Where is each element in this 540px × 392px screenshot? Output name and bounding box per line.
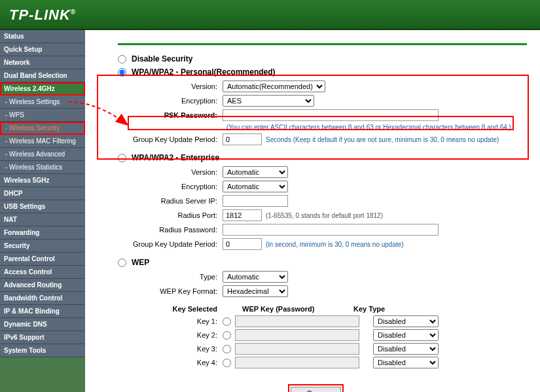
radio-key2[interactable] xyxy=(223,331,231,340)
sidebar-item-nat[interactable]: NAT xyxy=(0,213,85,226)
sidebar-item-access-control[interactable]: Access Control xyxy=(0,266,85,279)
sidebar-item-wireless-security[interactable]: - Wireless Security xyxy=(0,122,85,135)
sidebar-item-security[interactable]: Security xyxy=(0,240,85,253)
sidebar-item-status[interactable]: Status xyxy=(0,30,85,43)
radio-key4[interactable] xyxy=(223,359,231,367)
header: TP-LINK® xyxy=(0,0,540,30)
sidebar-item-dynamic-dns[interactable]: Dynamic DNS xyxy=(0,318,85,331)
label-wpa-enterprise: WPA/WPA2 - Enterprise xyxy=(132,153,219,162)
hint-radius-port: (1-65535, 0 stands for default port 1812… xyxy=(266,212,383,219)
sidebar-item-wireless-statistics[interactable]: - Wireless Statistics xyxy=(0,161,85,174)
label-disable-security: Disable Security xyxy=(132,54,192,63)
hint-gkup-ent: (in second, minimum is 30, 0 means no up… xyxy=(266,241,404,248)
label-key3: Key 3: xyxy=(131,345,223,353)
label-encryption-ent: Encryption: xyxy=(131,183,223,190)
select-wep-format[interactable]: Hexadecimal xyxy=(223,285,288,297)
radio-wpa-personal[interactable] xyxy=(118,68,126,77)
input-radius-ip[interactable] xyxy=(223,195,288,207)
sidebar-item-wireless-settings[interactable]: - Wireless Settings xyxy=(0,96,85,109)
label-gkup-ent: Group Key Update Period: xyxy=(131,240,223,248)
header-key-selected: Key Selected xyxy=(131,305,223,313)
sidebar: Status Quick Setup Network Dual Band Sel… xyxy=(0,30,85,392)
sidebar-item-forwarding[interactable]: Forwarding xyxy=(0,226,85,240)
radio-disable-security[interactable] xyxy=(118,55,126,63)
label-key4: Key 4: xyxy=(131,359,223,366)
input-key4[interactable] xyxy=(235,357,359,368)
label-wpa-personal: WPA/WPA2 - Personal(Recommended) xyxy=(132,67,276,77)
input-radius-port[interactable] xyxy=(223,209,262,221)
sidebar-item-usb-settings[interactable]: USB Settings xyxy=(0,200,85,213)
radio-key3[interactable] xyxy=(223,345,231,353)
select-wep-type[interactable]: Automatic xyxy=(223,271,288,283)
label-gkup-personal: Group Key Update Period: xyxy=(131,135,223,143)
input-key1[interactable] xyxy=(235,315,359,327)
label-psk-password: PSK Password: xyxy=(131,111,223,119)
label-wep-type: Type: xyxy=(131,273,223,281)
sidebar-item-wireless-5ghz[interactable]: Wireless 5GHz xyxy=(0,174,85,187)
sidebar-item-ipv6-support[interactable]: IPv6 Support xyxy=(0,331,85,344)
label-radius-ip: Radius Server IP: xyxy=(131,197,223,205)
label-radius-pw: Radius Password: xyxy=(131,226,223,234)
save-button[interactable]: Save xyxy=(291,387,341,392)
radio-wpa-enterprise[interactable] xyxy=(118,154,126,162)
sidebar-item-wireless-mac-filtering[interactable]: - Wireless MAC Filtering xyxy=(0,135,85,148)
select-encryption-personal[interactable]: AES xyxy=(223,95,314,107)
sidebar-item-wireless-24ghz[interactable]: Wireless 2.4GHz xyxy=(0,82,85,96)
label-key2: Key 2: xyxy=(131,331,223,339)
divider xyxy=(118,43,527,45)
select-version-personal[interactable]: Automatic(Recommended) xyxy=(223,80,325,92)
radio-wep[interactable] xyxy=(118,258,126,267)
input-radius-pw[interactable] xyxy=(223,224,439,236)
sidebar-item-wireless-advanced[interactable]: - Wireless Advanced xyxy=(0,148,85,161)
sidebar-item-network[interactable]: Network xyxy=(0,56,85,69)
label-wep-format: WEP Key Format: xyxy=(131,287,223,295)
sidebar-item-dhcp[interactable]: DHCP xyxy=(0,187,85,200)
label-version-ent: Version: xyxy=(131,168,223,176)
sidebar-item-parental-control[interactable]: Parental Control xyxy=(0,253,85,266)
main-content: Disable Security WPA/WPA2 - Personal(Rec… xyxy=(85,30,540,392)
header-wep-key: WEP Key (Password) xyxy=(223,305,353,313)
sidebar-item-wps[interactable]: - WPS xyxy=(0,109,85,122)
input-gkup-ent[interactable] xyxy=(223,238,262,250)
label-key1: Key 1: xyxy=(131,317,223,325)
save-highlight-box: Save xyxy=(288,384,344,392)
sidebar-item-ip-mac-binding[interactable]: IP & MAC Binding xyxy=(0,305,85,318)
label-wep: WEP xyxy=(132,258,149,267)
header-key-type: Key Type xyxy=(353,305,432,313)
radio-key1[interactable] xyxy=(223,317,231,326)
sidebar-item-quick-setup[interactable]: Quick Setup xyxy=(0,43,85,56)
label-version: Version: xyxy=(131,82,223,90)
hint-psk: (You can enter ASCII characters between … xyxy=(226,124,511,131)
input-key2[interactable] xyxy=(235,329,359,341)
sidebar-item-advanced-routing[interactable]: Advanced Routing xyxy=(0,279,85,292)
input-gkup-personal[interactable] xyxy=(223,134,262,145)
select-version-enterprise[interactable]: Automatic xyxy=(223,166,288,178)
select-key1-type[interactable]: Disabled xyxy=(373,315,439,327)
select-encryption-enterprise[interactable]: Automatic xyxy=(223,181,288,192)
select-key2-type[interactable]: Disabled xyxy=(373,329,439,341)
sidebar-item-system-tools[interactable]: System Tools xyxy=(0,344,85,357)
logo: TP-LINK® xyxy=(9,7,76,23)
select-key3-type[interactable]: Disabled xyxy=(373,343,439,355)
label-radius-port: Radius Port: xyxy=(131,211,223,219)
hint-gkup-personal: Seconds (Keep it default if you are not … xyxy=(266,136,499,143)
input-key3[interactable] xyxy=(235,343,359,355)
sidebar-item-bandwidth-control[interactable]: Bandwidth Control xyxy=(0,292,85,305)
sidebar-item-dual-band[interactable]: Dual Band Selection xyxy=(0,69,85,82)
input-psk-password[interactable] xyxy=(223,109,439,121)
select-key4-type[interactable]: Disabled xyxy=(373,357,439,368)
label-encryption: Encryption: xyxy=(131,97,223,105)
